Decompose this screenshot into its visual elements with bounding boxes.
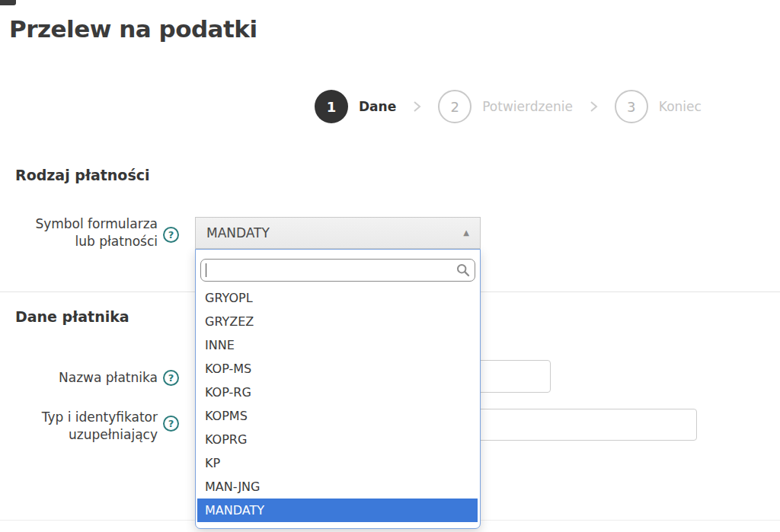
corner-mark xyxy=(0,0,16,5)
chevron-up-icon: ▲ xyxy=(463,229,469,237)
chevron-right-icon xyxy=(590,100,598,113)
form-symbol-label-line2: lub płatności xyxy=(0,233,158,250)
form-symbol-label-line1: Symbol formularza xyxy=(0,215,158,233)
dropdown-search-input[interactable] xyxy=(200,259,475,282)
section-heading-payer-data: Dane płatnika xyxy=(15,308,129,325)
step-potwierdzenie: 2 Potwierdzenie xyxy=(438,90,573,123)
dropdown-option[interactable]: KOPMS xyxy=(197,404,478,428)
step-1-label: Dane xyxy=(359,99,396,114)
type-identifier-label-line2: uzupełniający xyxy=(0,426,158,444)
step-2-circle: 2 xyxy=(438,90,472,123)
form-symbol-selected-value: MANDATY xyxy=(206,225,463,241)
dropdown-option[interactable]: GRYOPL xyxy=(197,286,478,310)
form-symbol-dropdown: GRYOPLGRYZEZINNEKOP-MSKOP-RGKOPMSKOPRGKP… xyxy=(195,249,481,529)
text-caret xyxy=(206,263,206,277)
dropdown-option[interactable]: MAN-JNG xyxy=(197,475,478,499)
search-icon xyxy=(456,263,470,280)
payer-name-label: Nazwa płatnika xyxy=(0,369,158,387)
dropdown-options: GRYOPLGRYZEZINNEKOP-MSKOP-RGKOPMSKOPRGKP… xyxy=(197,286,478,522)
step-dane: 1 Dane xyxy=(315,90,396,123)
help-icon[interactable]: ? xyxy=(163,416,179,432)
help-icon[interactable]: ? xyxy=(163,370,179,386)
dropdown-option[interactable]: INNE xyxy=(197,333,478,357)
dropdown-option[interactable]: KOP-MS xyxy=(197,357,478,381)
chevron-right-icon xyxy=(413,100,421,113)
step-2-label: Potwierdzenie xyxy=(482,99,573,114)
dropdown-search xyxy=(200,259,475,282)
form-symbol-select[interactable]: MANDATY ▲ xyxy=(195,217,481,249)
form-symbol-label: Symbol formularza lub płatności xyxy=(0,215,158,250)
step-3-label: Koniec xyxy=(659,99,702,114)
section-heading-payment-type: Rodzaj płatności xyxy=(15,167,150,183)
page-title: Przelew na podatki xyxy=(9,15,257,43)
type-identifier-label-line1: Typ i identyfikator xyxy=(0,409,158,426)
stepper: 1 Dane 2 Potwierdzenie 3 Koniec xyxy=(315,90,702,123)
tax-transfer-page: Przelew na podatki 1 Dane 2 Potwierdzeni… xyxy=(0,0,780,532)
step-3-circle: 3 xyxy=(615,90,648,123)
dropdown-option[interactable]: MANDATY xyxy=(197,499,478,522)
type-identifier-label: Typ i identyfikator uzupełniający xyxy=(0,409,158,444)
dropdown-option[interactable]: GRYZEZ xyxy=(197,310,478,333)
help-icon[interactable]: ? xyxy=(163,227,179,243)
dropdown-option[interactable]: KP xyxy=(197,451,478,475)
dropdown-option[interactable]: KOP-RG xyxy=(197,381,478,404)
step-koniec: 3 Koniec xyxy=(615,90,702,123)
step-1-circle: 1 xyxy=(315,90,348,123)
dropdown-option[interactable]: KOPRG xyxy=(197,428,478,451)
